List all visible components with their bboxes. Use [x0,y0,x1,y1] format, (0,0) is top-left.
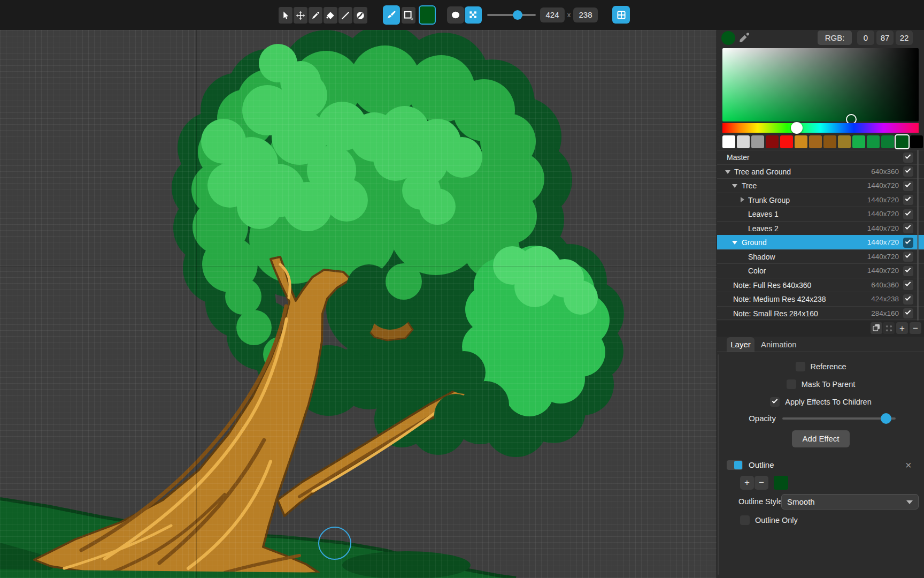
layer-list: Master Tree and Ground 640x360 Tree 1440… [717,150,924,320]
reference-checkbox[interactable] [796,362,805,371]
blue-value-field[interactable]: 22 [896,31,913,45]
outline-add-color-button[interactable]: + [740,476,754,490]
outline-effect-toggle[interactable] [727,460,743,470]
palette-swatch[interactable] [867,135,880,148]
palette-swatch[interactable] [722,135,735,148]
merge-layer-button[interactable] [883,322,895,334]
brush-tool-button[interactable] [383,5,400,25]
close-icon[interactable]: × [905,456,912,474]
line-icon [341,11,350,20]
panel-scrollbar[interactable] [718,354,719,575]
palette-swatch[interactable] [780,135,793,148]
visibility-checkbox[interactable] [903,181,913,191]
outline-color-swatch[interactable] [774,476,788,490]
chevron-down-icon[interactable] [732,184,737,188]
green-value-field[interactable]: 87 [876,31,894,45]
current-color-indicator[interactable] [721,31,735,45]
canvas-width-field[interactable]: 424 [540,7,565,22]
palette-swatch-selected[interactable] [896,135,908,148]
layer-list-scrollbar[interactable] [917,150,919,321]
opacity-slider-knob[interactable] [881,413,891,424]
layer-row-ground-selected[interactable]: Ground 1440x720 [717,235,924,249]
tab-animation[interactable]: Animation [761,337,797,352]
visibility-checkbox[interactable] [903,195,913,205]
layer-row-leaves-1[interactable]: Leaves 1 1440x720 [717,207,924,221]
add-layer-button[interactable]: + [896,322,908,334]
pixel-art-tree [0,30,717,578]
palette-swatch[interactable] [838,135,851,148]
layer-row-shadow[interactable]: Shadow 1440x720 [717,249,924,264]
visibility-checkbox[interactable] [903,166,913,177]
outline-only-label: Outline Only [755,516,798,524]
select-tool-button[interactable] [279,7,292,24]
chevron-down-icon[interactable] [725,170,730,174]
eyedropper-icon[interactable] [737,32,750,47]
palette-swatch[interactable] [737,135,750,148]
pixel-canvas[interactable]: 242, 182 [0,30,717,578]
mask-to-parent-checkbox[interactable] [787,379,796,389]
move-tool-button[interactable] [294,7,307,24]
outline-style-dropdown[interactable]: Smooth [781,494,919,509]
palette-swatch[interactable] [809,135,822,148]
shading-tool-button[interactable] [353,7,367,24]
brush-size-slider[interactable] [487,14,536,16]
palette-swatch[interactable] [910,135,923,148]
minus-icon: − [913,324,918,333]
opacity-slider[interactable] [782,417,896,420]
duplicate-icon [872,323,881,333]
visibility-checkbox[interactable] [903,238,913,248]
duplicate-layer-button[interactable] [871,322,882,334]
visibility-checkbox[interactable] [903,252,913,262]
layer-row-color[interactable]: Color 1440x720 [717,263,924,278]
pencil-tool-button[interactable] [309,7,322,24]
layer-row-note-full-res[interactable]: Note: Full Res 640x360 640x360 [717,278,924,292]
tab-layer[interactable]: Layer [727,337,754,352]
visibility-checkbox[interactable] [903,280,913,290]
check-icon [905,267,911,272]
check-icon [905,181,911,187]
layer-row-master[interactable]: Master [717,150,924,164]
layer-row-tree[interactable]: Tree 1440x720 [717,178,924,193]
palette-swatch[interactable] [795,135,807,148]
layer-row-trunk-group[interactable]: Trunk Group 1440x720 [717,193,924,207]
layer-row-note-medium-res[interactable]: Note: Medium Res 424x238 424x238 [717,292,924,306]
visibility-checkbox[interactable] [903,209,913,219]
chevron-down-icon[interactable] [732,241,737,245]
visibility-checkbox[interactable] [903,266,913,276]
canvas-height-field[interactable]: 238 [573,7,598,22]
outline-style-value: Smooth [787,495,815,509]
layer-row-tree-and-ground[interactable]: Tree and Ground 640x360 [717,164,924,179]
saturation-value-picker[interactable] [722,48,919,121]
shape-tool-button[interactable] [402,7,415,24]
layer-row-note-small-res[interactable]: Note: Small Res 284x160 284x160 [717,306,924,321]
outline-remove-color-button[interactable]: − [754,476,768,490]
hue-slider[interactable] [722,123,919,133]
apply-effects-checkbox[interactable] [770,397,780,407]
brush-size-slider-knob[interactable] [513,10,522,20]
layer-row-leaves-2[interactable]: Leaves 2 1440x720 [717,221,924,235]
line-tool-button[interactable] [338,7,352,24]
visibility-checkbox[interactable] [903,308,913,318]
outline-only-checkbox[interactable] [740,515,750,525]
remove-layer-button[interactable]: − [910,322,921,334]
chevron-right-icon[interactable] [741,197,744,202]
red-value-field[interactable]: 0 [857,31,874,45]
palette-swatch[interactable] [852,135,865,148]
visibility-checkbox[interactable] [903,153,913,163]
visibility-checkbox[interactable] [903,223,913,233]
cursor-icon [281,11,290,20]
dither-toggle-button[interactable] [465,6,482,24]
palette-swatch[interactable] [766,135,779,148]
palette-swatch[interactable] [751,135,764,148]
hue-slider-marker[interactable] [791,122,803,134]
visibility-checkbox[interactable] [903,294,913,305]
palette-swatch[interactable] [823,135,836,148]
grid-toggle-button[interactable] [612,6,630,24]
current-color-swatch[interactable] [419,5,436,25]
add-effect-button[interactable]: Add Effect [792,430,850,447]
rgb-mode-button[interactable]: RGB: [818,31,852,45]
palette-swatch[interactable] [881,135,894,148]
brush-shape-button[interactable] [447,6,464,24]
fill-tool-button[interactable] [324,7,337,24]
plus-icon: + [744,477,750,488]
